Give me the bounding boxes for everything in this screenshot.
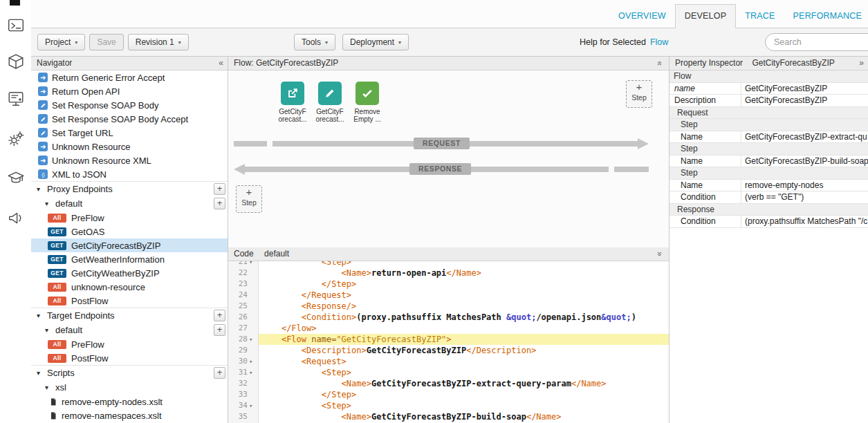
code-token: </Step> xyxy=(322,279,357,289)
flow-item[interactable]: AllPostFlow xyxy=(31,294,228,308)
code-line[interactable]: 23 </Step> xyxy=(228,279,669,290)
fold-toggle-icon[interactable]: ▾ xyxy=(249,400,257,411)
code-line[interactable]: 27 </Flow> xyxy=(228,323,669,334)
code-line[interactable]: 33 </Step> xyxy=(228,389,669,400)
navigator-section-scripts[interactable]: ▾Scripts+ xyxy=(31,365,228,380)
collapse-navigator-icon[interactable]: « xyxy=(219,57,223,70)
inspector-property-label: Name xyxy=(670,180,741,191)
inspector-property-row[interactable]: nameGetCityForecastByZIP xyxy=(670,83,868,95)
expand-code-icon[interactable]: « xyxy=(653,252,666,256)
inspector-header: Property Inspector GetCityForecastByZIP … xyxy=(670,57,868,70)
code-line[interactable]: 26 <Condition>(proxy.pathsuffix MatchesP… xyxy=(228,312,669,323)
fold-toggle-icon[interactable]: ▾ xyxy=(249,334,257,345)
policy-item[interactable]: {}XML to JSON xyxy=(31,167,228,181)
code-token xyxy=(261,301,302,311)
policy-item[interactable]: Set Target URL xyxy=(31,126,228,140)
flow-step[interactable]: GetCityF orecast... xyxy=(311,82,349,123)
window-notch xyxy=(10,0,20,6)
code-line[interactable]: 32 <Name>GetCityForecastByZIP-extract-qu… xyxy=(228,378,669,389)
tab-performance[interactable]: PERFORMANCE xyxy=(784,5,868,28)
add-button[interactable]: + xyxy=(214,367,225,379)
flow-item[interactable]: Allunknown-resource xyxy=(31,280,228,294)
line-number: 24 xyxy=(239,290,248,301)
instance-icon[interactable] xyxy=(7,90,25,108)
inspector-section-label: Request xyxy=(670,107,708,119)
flow-item[interactable]: AllPostFlow xyxy=(31,351,228,365)
code-line[interactable]: 30▾ <Request> xyxy=(228,356,669,367)
add-step-button-bottom[interactable]: + Step xyxy=(236,185,262,213)
inspector-property-row[interactable]: Condition(verb == "GET") xyxy=(670,191,868,204)
inspector-property-value: GetCityForecastByZIP-build-soap xyxy=(741,156,868,167)
fold-toggle-icon[interactable]: ▾ xyxy=(249,367,257,378)
save-button[interactable]: Save xyxy=(89,34,123,50)
deployment-menu-button[interactable]: Deployment ▾ xyxy=(342,34,409,50)
code-line[interactable]: 35 <Name>GetCityForecastByZIP-build-soap… xyxy=(228,411,669,422)
collapse-flow-icon[interactable]: « xyxy=(653,61,666,66)
policy-item[interactable]: Unknown Resource XML xyxy=(31,153,228,167)
policy-item[interactable]: Return Open API xyxy=(31,84,228,98)
expand-inspector-icon[interactable]: » xyxy=(859,57,864,70)
flow-item[interactable]: GETGetWeatherInformation xyxy=(31,252,228,266)
gears-icon[interactable] xyxy=(7,130,25,148)
help-flow-link[interactable]: Flow xyxy=(650,37,668,47)
tab-develop[interactable]: DEVELOP xyxy=(675,4,736,28)
code-line[interactable]: 29 <Description>GetCityForecastByZIP</De… xyxy=(228,345,669,356)
add-step-button-top[interactable]: + Step xyxy=(626,80,652,108)
code-line[interactable]: 25 <Response/> xyxy=(228,301,669,312)
revision-menu-button[interactable]: Revision 1 ▾ xyxy=(128,34,189,50)
flow-item[interactable]: AllPreFlow xyxy=(31,211,228,225)
graduation-cap-icon[interactable] xyxy=(7,169,25,187)
code-line[interactable]: 28▾ <Flow name="GetCityForecastByZIP"> xyxy=(228,334,669,345)
search-input[interactable] xyxy=(765,33,868,51)
code-line[interactable]: 31▾ <Step> xyxy=(228,367,669,378)
project-menu-button[interactable]: Project ▾ xyxy=(37,34,85,50)
save-button-label: Save xyxy=(97,37,116,47)
response-flow-bar-segment xyxy=(614,167,649,172)
flow-step[interactable]: Remove Empty ... xyxy=(349,82,386,123)
add-button[interactable]: + xyxy=(214,324,225,336)
flow-step[interactable]: GetCityF orecast... xyxy=(274,82,311,123)
code-token: </Description> xyxy=(466,346,536,355)
navigator-group[interactable]: ▾default+ xyxy=(31,323,228,337)
navigator-group[interactable]: ▾default+ xyxy=(31,196,228,211)
tree-caret-icon: ▾ xyxy=(37,185,44,193)
file-item[interactable]: remove-empty-nodes.xslt xyxy=(31,395,228,408)
fold-toggle-icon[interactable]: ▾ xyxy=(249,356,257,367)
add-button[interactable]: + xyxy=(214,183,225,195)
inspector-property-value: (verb == "GET") xyxy=(741,191,868,203)
code-line[interactable]: 34▾ <Step> xyxy=(228,400,669,411)
flow-item[interactable]: GETGetCityForecastByZIP xyxy=(31,238,228,252)
add-button[interactable]: + xyxy=(214,310,225,321)
tab-overview[interactable]: OVERVIEW xyxy=(609,5,675,28)
code-line[interactable]: 24 </Request> xyxy=(228,290,669,301)
navigator-body: Return Generic Error AcceptReturn Open A… xyxy=(31,70,228,423)
inspector-property-row[interactable]: NameGetCityForecastByZIP-build-soap xyxy=(670,156,868,168)
inspector-property-row[interactable]: NameGetCityForecastByZIP-extract-qu xyxy=(670,131,868,144)
package-icon[interactable] xyxy=(7,53,25,70)
tab-trace[interactable]: TRACE xyxy=(736,5,784,28)
flow-item[interactable]: GETGetCityWeatherByZIP xyxy=(31,266,228,280)
file-item[interactable]: remove-namespaces.xslt xyxy=(31,408,228,422)
code-line[interactable]: 22 <Name>return-open-api</Name> xyxy=(228,267,669,279)
inspector-property-row[interactable]: DescriptionGetCityForecastByZIP xyxy=(670,95,868,107)
policy-item[interactable]: Set Response SOAP Body Accept xyxy=(31,112,228,126)
navigator-section-proxy-endpoints[interactable]: ▾Proxy Endpoints+ xyxy=(31,181,228,196)
fold-toggle-icon[interactable]: ▾ xyxy=(249,261,257,267)
terminal-icon[interactable] xyxy=(7,17,25,35)
navigator-group[interactable]: ▾xsl xyxy=(31,380,228,395)
navigator-section-target-endpoints[interactable]: ▾Target Endpoints+ xyxy=(31,308,228,323)
policy-item[interactable]: Return Generic Error Accept xyxy=(31,70,228,84)
inspector-property-row[interactable]: Nameremove-empty-nodes xyxy=(670,180,868,192)
code-editor[interactable]: 21▾ <Step>22 <Name>return-open-api</Name… xyxy=(228,261,669,423)
flow-item[interactable]: AllPreFlow xyxy=(31,337,228,351)
policy-item[interactable]: Set Response SOAP Body xyxy=(31,98,228,112)
megaphone-icon[interactable] xyxy=(7,209,25,227)
tools-menu-button[interactable]: Tools ▾ xyxy=(294,34,335,50)
flow-item[interactable]: GETGetOAS xyxy=(31,225,228,238)
policy-item[interactable]: Unknown Resource xyxy=(31,140,228,153)
code-tab-default[interactable]: default xyxy=(264,249,289,258)
code-text: </Flow> xyxy=(259,323,669,334)
inspector-property-row[interactable]: Condition(proxy.pathsuffix MatchesPath "… xyxy=(670,216,868,228)
add-button[interactable]: + xyxy=(214,198,225,209)
code-line[interactable]: 21▾ <Step> xyxy=(228,261,669,267)
